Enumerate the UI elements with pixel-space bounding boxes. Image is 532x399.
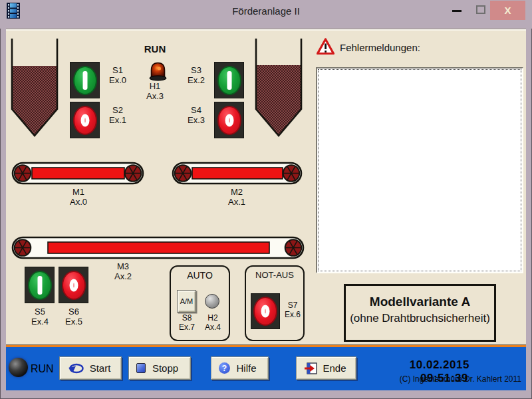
pushbutton-s1-start[interactable] bbox=[70, 62, 100, 98]
label-m1: M1Ax.0 bbox=[45, 188, 112, 207]
minimize-button[interactable] bbox=[447, 0, 467, 20]
pushbutton-s3-start[interactable] bbox=[214, 62, 244, 98]
label-s4: S4Ex.3 bbox=[181, 106, 211, 126]
close-button[interactable]: X bbox=[490, 1, 525, 20]
emergency-stop-panel: NOT-AUS S7Ex.6 bbox=[245, 265, 305, 341]
hopper-left bbox=[9, 37, 60, 138]
copyright-text: (C) Ingenieurbüro Dr. Kahlert 2011 bbox=[386, 374, 521, 384]
stop-ring-icon bbox=[225, 114, 233, 126]
hilfe-button[interactable]: ? Hilfe bbox=[211, 356, 269, 380]
auto-group-panel: AUTO A/M S8Ex.7 H2Ax.4 bbox=[170, 265, 230, 341]
date-text: 10.02.2015 bbox=[410, 358, 469, 371]
label-s7: S7Ex.6 bbox=[281, 301, 305, 320]
exit-door-icon bbox=[304, 362, 319, 374]
stop-ring-icon bbox=[261, 305, 270, 318]
stopp-button[interactable]: Stopp bbox=[128, 356, 191, 380]
hopper-right bbox=[253, 37, 304, 138]
auto-panel-title: AUTO bbox=[171, 270, 229, 281]
help-icon: ? bbox=[219, 362, 230, 374]
label-s2: S2Ex.1 bbox=[102, 106, 133, 126]
label-s3: S3Ex.2 bbox=[181, 66, 211, 86]
titlebar: Förderanlage II X bbox=[0, 0, 532, 29]
label-m3: M3Ax.2 bbox=[90, 262, 156, 282]
run-status-lamp bbox=[9, 358, 28, 377]
run-lamp-caption: RUN bbox=[134, 43, 176, 55]
label-m2: M2Ax.1 bbox=[203, 188, 270, 207]
conveyor-m3 bbox=[11, 236, 305, 260]
error-message-listbox[interactable] bbox=[316, 67, 523, 273]
start-bar-icon bbox=[227, 71, 231, 90]
label-s8: S8Ex.7 bbox=[176, 314, 198, 332]
start-bar-icon bbox=[37, 276, 42, 295]
run-status-label: RUN bbox=[31, 363, 54, 375]
model-variant-subtitle: (ohne Drahtbruchsicherheit) bbox=[346, 312, 494, 325]
beacon-lamp-icon bbox=[149, 61, 167, 81]
label-s1: S1Ex.0 bbox=[102, 66, 133, 86]
notaus-panel-title: NOT-AUS bbox=[246, 270, 303, 280]
start-cycle-icon bbox=[67, 362, 84, 374]
lamp-h2 bbox=[205, 294, 219, 309]
maximize-icon bbox=[476, 5, 485, 14]
pushbutton-s4-stop[interactable] bbox=[214, 102, 244, 138]
conveyor-m2 bbox=[172, 162, 303, 186]
start-bar-icon bbox=[82, 71, 87, 90]
error-list-label: Fehlermeldungen: bbox=[340, 42, 420, 53]
focus-rectangle bbox=[318, 69, 521, 271]
ende-button[interactable]: Ende bbox=[296, 356, 356, 380]
conveyor-m1 bbox=[11, 162, 144, 186]
pushbutton-s5-start[interactable] bbox=[25, 267, 55, 303]
label-h1: H1Ax.3 bbox=[134, 82, 176, 102]
minimize-icon bbox=[452, 10, 462, 12]
maximize-button[interactable] bbox=[471, 0, 491, 20]
label-h2: H2Ax.4 bbox=[201, 314, 224, 332]
pushbutton-s7-notaus[interactable] bbox=[251, 293, 280, 329]
pushbutton-s6-stop[interactable] bbox=[59, 267, 88, 303]
label-s6: S6Ex.5 bbox=[54, 307, 94, 327]
warning-icon bbox=[317, 38, 334, 56]
stop-ring-icon bbox=[69, 279, 78, 291]
model-variant-box: Modellvariante A (ohne Drahtbruchsicherh… bbox=[344, 284, 496, 342]
app-window: Förderanlage II X S1Ex.0 S2Ex.1 RUN H1Ax… bbox=[0, 0, 532, 399]
stop-ring-icon bbox=[80, 114, 89, 126]
stop-square-icon bbox=[136, 363, 146, 373]
close-icon: X bbox=[504, 5, 511, 16]
auto-manual-toggle-button[interactable]: A/M bbox=[177, 290, 196, 313]
model-variant-title: Modellvariante A bbox=[346, 295, 494, 309]
start-button[interactable]: Start bbox=[59, 356, 122, 380]
pushbutton-s2-stop[interactable] bbox=[70, 102, 100, 138]
